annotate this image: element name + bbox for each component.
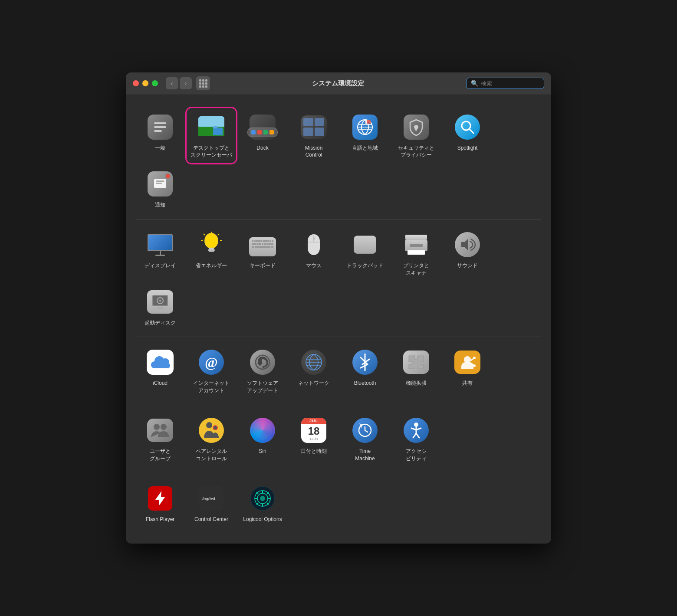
internet-label: インターネットアカウント	[193, 380, 230, 394]
svg-point-49	[154, 424, 160, 430]
mouse-label: マウス	[306, 262, 322, 269]
desktop-label: デスクトップとスクリーンセーバ	[191, 144, 232, 159]
pref-item-mouse[interactable]: マウス	[290, 226, 338, 280]
security-label: セキュリティとプライバシー	[398, 144, 434, 159]
pref-item-dock[interactable]: Dock	[239, 109, 286, 163]
section-internet: iCloud @ インターネットアカウント	[136, 337, 541, 405]
language-label: 言語と地域	[352, 144, 378, 152]
svg-line-57	[411, 428, 416, 430]
pref-item-keyboard[interactable]: キーボード	[239, 226, 286, 280]
svg-line-71	[267, 492, 269, 494]
pref-item-energy[interactable]: 省エネルギー	[187, 226, 235, 280]
svg-rect-21	[156, 183, 162, 184]
forward-button[interactable]: ›	[180, 77, 192, 89]
svg-line-25	[218, 234, 219, 235]
sound-icon	[454, 231, 481, 259]
svg-point-34	[313, 237, 315, 240]
pref-item-notification[interactable]: 通知	[136, 166, 184, 212]
siri-icon	[249, 416, 276, 444]
pref-item-trackpad[interactable]: トラックパッド	[341, 226, 389, 280]
pref-item-datetime[interactable]: JUL 18 12:34 日付と時刻	[290, 412, 338, 466]
pref-item-bluetooth[interactable]: Bluetooth	[341, 344, 389, 398]
general-icon	[146, 113, 174, 141]
grid-view-button[interactable]	[196, 76, 210, 90]
pref-item-siri[interactable]: Siri	[239, 412, 286, 466]
traffic-lights	[133, 80, 158, 86]
pref-item-icloud[interactable]: iCloud	[136, 344, 184, 398]
pref-item-mission[interactable]: MissionControl	[290, 109, 338, 163]
svg-rect-4	[198, 116, 224, 128]
svg-rect-29	[209, 248, 214, 249]
datetime-label: 日付と時刻	[301, 448, 327, 455]
section-hardware: ディスプレイ	[136, 220, 541, 337]
pref-item-logicool[interactable]: Logicool Options	[239, 480, 286, 527]
startup-label: 起動ディスク	[145, 319, 176, 327]
pref-item-logitech[interactable]: logited Control Center	[187, 480, 235, 527]
desktop-icon	[197, 113, 225, 141]
dock-icon	[249, 113, 276, 141]
pref-item-extensions[interactable]: 機能拡張	[392, 344, 440, 398]
pref-item-internet[interactable]: @ インターネットアカウント	[187, 344, 235, 398]
logicool-label: Logicool Options	[243, 516, 282, 523]
users-icon	[146, 416, 174, 444]
pref-item-general[interactable]: 一般	[136, 109, 184, 163]
pref-item-display[interactable]: ディスプレイ	[136, 226, 184, 280]
maximize-button[interactable]	[152, 80, 158, 86]
language-icon	[351, 113, 379, 141]
pref-item-timemachine[interactable]: TimeMachine	[341, 412, 389, 466]
svg-rect-9	[213, 126, 217, 128]
trackpad-icon	[351, 231, 379, 259]
pref-item-spotlight[interactable]: Spotlight	[444, 109, 491, 163]
pref-item-language[interactable]: 言語と地域	[341, 109, 389, 163]
printer-icon	[402, 231, 430, 259]
pref-item-flash[interactable]: Flash Player	[136, 480, 184, 527]
pref-item-security[interactable]: セキュリティとプライバシー	[392, 109, 440, 163]
pref-item-sharing[interactable]: 共有	[444, 344, 491, 398]
svg-rect-16	[415, 128, 417, 131]
svg-point-23	[206, 234, 217, 247]
pref-item-startup[interactable]: 起動ディスク	[136, 284, 184, 330]
forward-icon: ›	[185, 80, 187, 87]
window-title: システム環境設定	[214, 79, 462, 88]
svg-point-38	[159, 300, 161, 301]
nav-buttons: ‹ ›	[166, 77, 192, 89]
siri-label: Siri	[259, 448, 266, 455]
svg-point-51	[206, 422, 212, 428]
pref-item-accessibility[interactable]: アクセシビリティ	[392, 412, 440, 466]
search-box[interactable]: 🔍	[466, 78, 544, 89]
network-icon	[300, 348, 328, 376]
pref-item-users[interactable]: ユーザとグループ	[136, 412, 184, 466]
back-button[interactable]: ‹	[166, 77, 178, 89]
parental-label: ペアレンタルコントロール	[196, 448, 227, 462]
svg-line-58	[416, 428, 421, 430]
pref-item-printer[interactable]: プリンタとスキャナ	[392, 226, 440, 280]
section-system: ユーザとグループ	[136, 405, 541, 473]
close-button[interactable]	[133, 80, 139, 86]
pref-item-network[interactable]: ネットワーク	[290, 344, 338, 398]
parental-icon	[197, 416, 225, 444]
icloud-icon	[146, 348, 174, 376]
energy-label: 省エネルギー	[196, 262, 227, 269]
pref-item-parental[interactable]: ペアレンタルコントロール	[187, 412, 235, 466]
keyboard-icon	[249, 231, 276, 259]
svg-line-69	[256, 492, 258, 494]
svg-line-70	[267, 503, 269, 505]
svg-point-47	[473, 357, 476, 359]
display-label: ディスプレイ	[145, 262, 176, 269]
svg-point-64	[260, 496, 265, 501]
svg-line-60	[416, 433, 419, 438]
svg-text:logited: logited	[202, 495, 215, 501]
general-label: 一般	[155, 144, 165, 152]
search-input[interactable]	[481, 80, 537, 87]
minimize-button[interactable]	[142, 80, 148, 86]
section-thirdparty: Flash Player logited Control Center	[136, 473, 541, 534]
extension-label: 機能拡張	[406, 380, 427, 387]
keyboard-label: キーボード	[250, 262, 276, 269]
pref-item-sound[interactable]: サウンド	[444, 226, 491, 280]
svg-line-59	[413, 433, 416, 438]
extension-icon	[402, 348, 430, 376]
printer-label: プリンタとスキャナ	[403, 262, 429, 277]
pref-item-software[interactable]: ソフトウェアアップデート	[239, 344, 286, 398]
pref-item-desktop[interactable]: デスクトップとスクリーンセーバ	[187, 109, 235, 163]
section-personal: 一般 デスクトップとスクリーンセーバ	[136, 102, 541, 220]
